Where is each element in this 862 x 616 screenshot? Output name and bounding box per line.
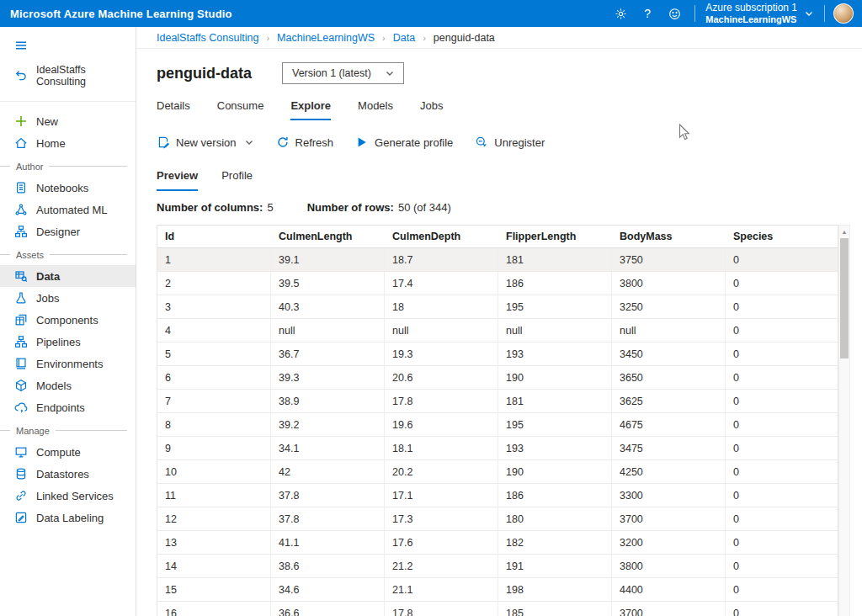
sidebar-item-pipelines[interactable]: Pipelines [0, 331, 136, 353]
table-row: 1534.621.119844000 [157, 578, 838, 602]
chevron-down-icon [804, 8, 814, 19]
automated-ml-icon [14, 203, 28, 216]
toolbar-button-label: New version [176, 136, 237, 149]
sidebar-item-models[interactable]: Models [0, 374, 136, 396]
table-row: 934.118.119334750 [157, 437, 838, 460]
table-cell: 17.4 [385, 272, 498, 295]
tab-details[interactable]: Details [157, 99, 190, 120]
subtab-preview[interactable]: Preview [157, 169, 198, 191]
data-preview-table: IdCulmenLengthCulmenDepthFlipperLengthBo… [157, 225, 850, 616]
user-avatar[interactable] [833, 3, 854, 24]
settings-button[interactable] [607, 0, 634, 27]
table-cell: 0 [726, 272, 839, 295]
table-cell: 3650 [612, 366, 726, 389]
subscription-switcher[interactable]: Azure subscription 1 MachineLearningWS [702, 3, 817, 24]
table-cell: null [498, 319, 612, 342]
sidebar-item-environments[interactable]: Environments [0, 353, 136, 374]
column-header-id: Id [157, 226, 271, 247]
scrollbar-up-arrow[interactable]: ▲ [839, 226, 849, 237]
table-cell: 9 [157, 437, 271, 459]
table-cell: 15 [157, 578, 271, 601]
table-cell: 0 [726, 460, 839, 483]
table-cell: 39.1 [271, 248, 385, 271]
home-icon [14, 136, 28, 150]
sidebar-item-home[interactable]: Home [0, 132, 136, 154]
breadcrumb-item-machinelearningws[interactable]: MachineLearningWS [277, 32, 375, 44]
sidebar-item-new[interactable]: New [0, 110, 136, 132]
sidebar-item-label: Datastores [36, 468, 89, 481]
rows-count-label: Number of rows: [307, 201, 394, 214]
sidebar-item-endpoints[interactable]: Endpoints [0, 396, 136, 418]
datastores-icon [14, 467, 28, 481]
page-title: penguid-data [157, 65, 252, 82]
table-cell: 0 [726, 248, 839, 271]
top-bar: Microsoft Azure Machine Learning Studio … [0, 0, 862, 27]
menu-toggle-button[interactable] [0, 32, 136, 60]
table-cell: 40.3 [271, 295, 385, 318]
table-scrollbar[interactable]: ▲ ▼ [838, 225, 850, 616]
sidebar-item-linked-services[interactable]: Linked Services [0, 485, 136, 507]
table-cell: 4675 [612, 413, 726, 436]
table-cell: 3700 [612, 602, 726, 616]
table-cell: 3300 [612, 484, 726, 507]
version-dropdown[interactable]: Version 1 (latest) [282, 62, 404, 84]
column-header-species: Species [726, 226, 839, 247]
sidebar-item-label: Models [36, 380, 72, 392]
sidebar-item-notebooks[interactable]: Notebooks [0, 177, 136, 199]
breadcrumb-item-penguid-data: penguid-data [434, 32, 495, 44]
help-button[interactable]: ? [634, 0, 661, 27]
table-cell: 3625 [612, 390, 726, 412]
sidebar-item-label: Environments [36, 358, 103, 370]
table-cell: 34.1 [271, 437, 385, 459]
sidebar-item-label: Home [36, 137, 66, 150]
table-cell: 3700 [612, 507, 726, 530]
table-cell: 34.6 [271, 578, 385, 601]
table-cell: null [385, 319, 498, 342]
workspace-back-label: IdealStaffs Consulting [36, 64, 136, 88]
plus-icon [14, 114, 28, 128]
table-cell: 36.6 [271, 602, 385, 616]
sidebar-item-designer[interactable]: Designer [0, 220, 136, 242]
topbar-divider [694, 5, 695, 22]
scrollbar-thumb[interactable] [840, 238, 849, 358]
command-bar: New versionRefreshGenerate profileUnregi… [136, 130, 862, 155]
tab-consume[interactable]: Consume [217, 99, 264, 120]
sidebar-item-label: New [36, 115, 58, 128]
main-content: IdealStaffs Consulting›MachineLearningWS… [136, 27, 862, 616]
sidebar-section-manage: Manage [0, 420, 136, 441]
new-version-button[interactable]: New version [157, 135, 254, 149]
table-cell: 21.2 [385, 555, 498, 577]
workspace-back-link[interactable]: IdealStaffs Consulting [0, 60, 136, 96]
sidebar-item-components[interactable]: Components [0, 309, 136, 331]
sidebar-item-compute[interactable]: Compute [0, 441, 136, 463]
notebook-icon [14, 181, 28, 194]
breadcrumb-item-data[interactable]: Data [393, 32, 415, 44]
generate-profile-button[interactable]: Generate profile [355, 135, 453, 149]
table-cell: 3800 [612, 555, 726, 577]
table-cell: null [612, 319, 726, 342]
tab-jobs[interactable]: Jobs [420, 99, 443, 120]
unregister-icon [475, 135, 488, 149]
tab-explore[interactable]: Explore [290, 99, 331, 120]
sidebar-item-label: Data [36, 270, 60, 283]
refresh-button[interactable]: Refresh [276, 135, 334, 149]
sidebar-item-data-labeling[interactable]: Data Labeling [0, 507, 136, 528]
tab-models[interactable]: Models [358, 99, 393, 120]
table-row: 1137.817.118633000 [157, 484, 838, 507]
azure-ml-studio: { "topbar": { "title": "Microsoft Azure … [0, 0, 862, 616]
sidebar-item-datastores[interactable]: Datastores [0, 463, 136, 485]
sidebar-item-automated-ml[interactable]: Automated ML [0, 199, 136, 220]
pipelines-icon [14, 335, 28, 348]
table-cell: 37.8 [271, 507, 385, 530]
table-cell: 39.5 [271, 272, 385, 295]
table-cell: null [271, 319, 385, 342]
rows-count-value: 50 (of 344) [398, 201, 451, 214]
subtab-profile[interactable]: Profile [221, 169, 253, 191]
unregister-button[interactable]: Unregister [475, 135, 545, 149]
sidebar-item-jobs[interactable]: Jobs [0, 287, 136, 309]
breadcrumb-item-idealstaffs-consulting[interactable]: IdealStaffs Consulting [157, 32, 258, 44]
table-cell: 186 [498, 272, 612, 295]
table-cell: 185 [498, 602, 612, 616]
sidebar-item-data[interactable]: Data [0, 265, 136, 287]
feedback-button[interactable] [661, 0, 688, 27]
